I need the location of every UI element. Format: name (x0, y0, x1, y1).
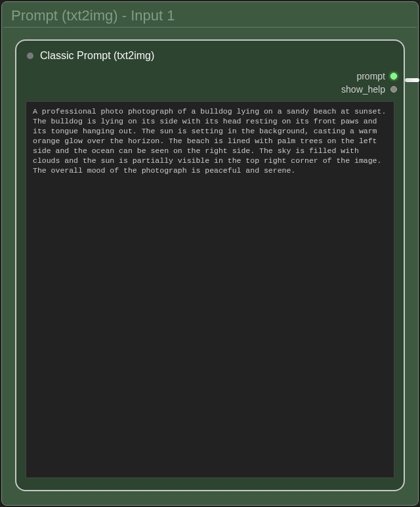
outer-panel-title: Prompt (txt2img) - Input 1 (2, 2, 418, 27)
node-title: Classic Prompt (txt2img) (40, 50, 154, 62)
node-header[interactable]: Classic Prompt (txt2img) (16, 41, 404, 66)
node-panel[interactable]: Classic Prompt (txt2img) prompt show_hel… (15, 39, 405, 491)
node-status-dot-icon (27, 53, 33, 59)
prompt-textarea-wrap (26, 101, 394, 478)
outer-panel: Prompt (txt2img) - Input 1 Classic Promp… (1, 1, 419, 506)
output-ports: prompt show_help (16, 66, 404, 99)
port-show-help[interactable]: show_help (16, 83, 400, 96)
connection-edge-icon[interactable] (405, 78, 419, 82)
prompt-textarea[interactable] (26, 101, 394, 478)
port-dot-icon[interactable] (390, 73, 397, 79)
port-prompt[interactable]: prompt (16, 70, 400, 83)
divider (3, 27, 417, 28)
port-label: prompt (356, 71, 385, 81)
port-dot-icon[interactable] (390, 86, 397, 93)
port-label: show_help (341, 84, 385, 95)
